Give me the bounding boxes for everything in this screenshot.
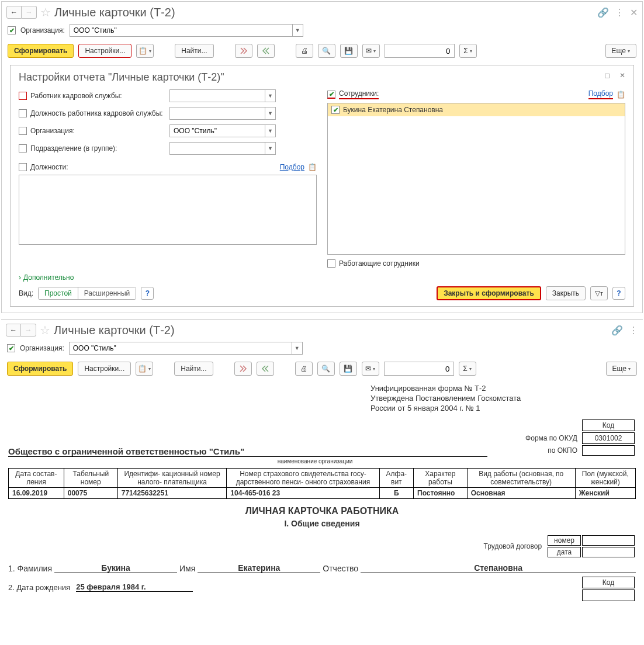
org-row-bottom: ✔ Организация: ▼	[1, 341, 643, 359]
paste-icon[interactable]: 📋	[617, 91, 625, 99]
hr-position-label: Должность работника кадровой службы:	[30, 109, 163, 117]
settings-right-column: ✔ Сотрудники: Подбор 📋 ✔ Букина Екатерин…	[327, 89, 625, 268]
collapse-button[interactable]	[257, 362, 274, 376]
paste-button[interactable]: 📋▾	[136, 44, 154, 58]
settings-button[interactable]: Настройки...	[78, 44, 131, 58]
view-segment[interactable]: Простой Расширенный	[38, 287, 136, 300]
email-button[interactable]: ✉▾	[362, 362, 379, 376]
table-row: 16.09.201900075 771425632251104-465-016 …	[9, 487, 636, 498]
org-input-settings[interactable]: ▼	[169, 124, 276, 137]
settings-left-column: Работник кадровой службы: ▼ Должность ра…	[19, 89, 317, 268]
hr-worker-input[interactable]: ▼	[169, 89, 276, 102]
doc-section-title: I. Общие сведения	[8, 519, 636, 528]
org-input-top[interactable]: ▼	[70, 24, 303, 37]
back-button[interactable]: ←	[6, 6, 22, 19]
positions-listbox[interactable]	[19, 175, 317, 245]
employee-name: Букина Екатерина Степановна	[343, 106, 443, 114]
dept-input[interactable]: ▼	[169, 142, 276, 155]
working-label: Работающие сотрудники	[339, 259, 420, 268]
help-button-2[interactable]: ?	[612, 287, 625, 300]
expand-button[interactable]	[234, 362, 252, 376]
collapse-button[interactable]	[257, 44, 275, 58]
generate-button[interactable]: Сформировать	[7, 362, 73, 376]
org-field[interactable]	[70, 342, 292, 354]
print-button[interactable]: 🖨	[295, 362, 313, 376]
org-dropdown-icon[interactable]: ▼	[292, 25, 303, 36]
settings-button[interactable]: Настройки...	[78, 362, 131, 376]
link-icon[interactable]: 🔗	[611, 325, 623, 336]
find-button[interactable]: Найти...	[175, 44, 213, 58]
code-table: Код Форма по ОКУД0301002 по ОКПО	[518, 418, 636, 457]
back-button[interactable]: ←	[6, 324, 21, 337]
more-button[interactable]: Еще▾	[605, 44, 636, 58]
employees-checkbox[interactable]: ✔	[327, 91, 335, 99]
main-table: Дата состав- ленияТабельный номер Иденти…	[8, 468, 636, 499]
close-settings-icon[interactable]: ✕	[619, 71, 625, 79]
save-button[interactable]: 💾	[340, 362, 357, 376]
employees-listbox[interactable]: ✔ Букина Екатерина Степановна	[327, 103, 625, 255]
more-icon[interactable]: ⋮	[629, 325, 638, 336]
link-icon[interactable]: 🔗	[597, 7, 609, 18]
hr-worker-checkbox[interactable]	[19, 92, 27, 100]
generate-button[interactable]: Сформировать	[8, 44, 74, 58]
list-item[interactable]: ✔ Букина Екатерина Степановна	[328, 103, 625, 116]
org-field[interactable]	[70, 25, 292, 36]
positions-pick-link[interactable]: Подбор	[280, 163, 304, 171]
advanced-toggle[interactable]: › Дополнительно	[19, 273, 625, 282]
paste-button[interactable]: 📋▾	[136, 362, 153, 376]
email-button[interactable]: ✉▾	[362, 44, 380, 58]
window-bottom: ← → ☆ Личные карточки (Т-2) 🔗 ⋮ ✔ Органи…	[1, 319, 643, 614]
close-button[interactable]: Закрыть	[546, 286, 586, 300]
preview-button[interactable]: 🔍	[317, 362, 335, 376]
close-generate-button[interactable]: Закрыть и сформировать	[437, 286, 541, 300]
org-input-bottom[interactable]: ▼	[69, 342, 303, 355]
org-checkbox[interactable]: ✔	[8, 26, 16, 34]
dropdown-icon[interactable]: ▼	[265, 143, 275, 154]
page-title-bottom: Личные карточки (Т-2)	[54, 324, 175, 337]
hr-position-input[interactable]: ▼	[169, 107, 276, 120]
dept-label: Подразделение (в группе):	[30, 144, 117, 152]
view-simple[interactable]: Простой	[39, 287, 78, 299]
filter-button[interactable]: ▽т	[590, 286, 608, 300]
favorite-icon[interactable]: ☆	[40, 323, 50, 337]
find-button[interactable]: Найти...	[174, 362, 213, 376]
forward-button[interactable]: →	[22, 6, 37, 19]
maximize-icon[interactable]: ◻	[604, 71, 610, 79]
help-button[interactable]: ?	[141, 287, 154, 300]
org-checkbox[interactable]: ✔	[7, 344, 15, 352]
org-checkbox-settings[interactable]	[19, 127, 27, 135]
doc-org-name: Общество с ограниченной ответственностью…	[8, 446, 487, 457]
toolbar-top: Сформировать Настройки... 📋▾ Найти... 🖨 …	[2, 41, 642, 63]
number-input[interactable]	[384, 362, 454, 376]
positions-checkbox[interactable]	[19, 163, 27, 171]
paste-icon[interactable]: 📋	[308, 163, 317, 171]
print-button[interactable]: 🖨	[296, 44, 313, 58]
working-checkbox[interactable]	[327, 259, 335, 268]
more-button[interactable]: Еще▾	[606, 362, 637, 376]
employees-pick-link[interactable]: Подбор	[588, 89, 613, 99]
dropdown-icon[interactable]: ▼	[265, 125, 275, 137]
number-input[interactable]	[385, 44, 455, 58]
save-button[interactable]: 💾	[340, 44, 358, 58]
preview-button[interactable]: 🔍	[318, 44, 335, 58]
hr-position-checkbox[interactable]	[19, 109, 27, 117]
view-extended[interactable]: Расширенный	[78, 287, 136, 299]
dept-checkbox[interactable]	[19, 144, 27, 152]
hr-worker-label: Работник кадровой службы:	[30, 92, 122, 100]
close-icon[interactable]: ✕	[630, 7, 638, 18]
expand-button[interactable]	[235, 44, 252, 58]
dropdown-icon[interactable]: ▼	[292, 342, 302, 354]
settings-title: Настройки отчета "Личные карточки (Т-2)"	[19, 71, 625, 84]
more-icon[interactable]: ⋮	[615, 7, 624, 18]
favorite-icon[interactable]: ☆	[40, 5, 51, 19]
org-caption: наименование организации	[183, 458, 446, 464]
dropdown-icon[interactable]: ▼	[265, 108, 275, 119]
sum-button[interactable]: Σ▾	[459, 44, 477, 58]
positions-label: Должности:	[30, 163, 68, 171]
org-label: Организация:	[20, 26, 65, 34]
sum-button[interactable]: Σ▾	[459, 362, 476, 376]
forward-button[interactable]: →	[21, 324, 36, 337]
titlebar-bottom: ← → ☆ Личные карточки (Т-2) 🔗 ⋮	[1, 320, 643, 341]
employee-checkbox[interactable]: ✔	[331, 106, 340, 114]
dropdown-icon[interactable]: ▼	[265, 90, 275, 102]
